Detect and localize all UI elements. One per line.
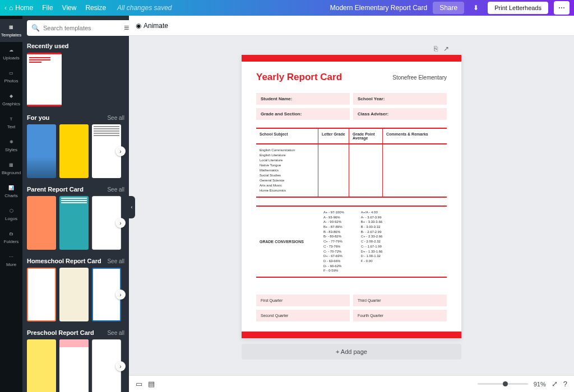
sidebar-background[interactable]: ▦Bkground (0, 157, 22, 180)
template-thumb[interactable] (59, 268, 89, 321)
subject-item: General Science (260, 178, 314, 183)
sidebar-more[interactable]: ⋯More (0, 249, 22, 272)
print-button[interactable]: Print Letterheads (488, 2, 548, 14)
quarter-first[interactable]: First Quarter (256, 295, 350, 306)
canvas-area: ◉ Animate ⎘ ↗ Yearly Report Card Stonefr… (129, 16, 574, 392)
see-all-parent[interactable]: See all (107, 186, 124, 193)
search-input[interactable] (43, 25, 121, 31)
home-label: Home (15, 4, 33, 12)
share-button[interactable]: Share (433, 2, 464, 14)
template-thumb[interactable] (27, 124, 56, 178)
sidebar-label: Bkground (2, 170, 21, 175)
zoom-slider[interactable] (478, 383, 528, 385)
sidebar-folders[interactable]: 🗀Folders (0, 226, 22, 249)
scroll-right-icon[interactable]: › (115, 290, 126, 300)
template-thumb[interactable] (59, 196, 89, 250)
gc-item: B+ - 3.33-3.66 (361, 220, 383, 225)
add-page-button[interactable]: + Add page (242, 344, 461, 360)
template-thumb[interactable] (27, 196, 56, 250)
info-student-name[interactable]: Student Name: (256, 93, 350, 105)
scroll-right-icon[interactable]: › (115, 218, 126, 228)
sidebar-label: Templates (1, 32, 21, 38)
fullscreen-icon[interactable]: ⤢ (552, 380, 558, 388)
new-page-icon[interactable]: ↗ (443, 45, 449, 53)
template-thumb[interactable] (59, 124, 89, 178)
sidebar-label: More (6, 262, 16, 267)
sidebar-label: Graphics (2, 101, 20, 106)
duplicate-page-icon[interactable]: ⎘ (434, 45, 438, 53)
school-name[interactable]: Stonefree Elementary (392, 74, 447, 81)
sidebar-logos[interactable]: ⬡Logos (0, 203, 22, 226)
section-title-homeschool: Homeschool Report Card (27, 258, 101, 264)
graphics-icon: ◆ (7, 91, 16, 100)
gc-item: A- - 3.67-3.99 (361, 215, 383, 220)
collapse-panel-button[interactable]: ‹ (128, 196, 135, 218)
th-comments[interactable]: Comments & Remarks (382, 129, 447, 143)
grade-conv-col2[interactable]: A+/A - 4.00 A- - 3.67-3.99 B+ - 3.33-3.6… (361, 210, 383, 273)
scroll-right-icon[interactable]: › (115, 361, 126, 371)
templates-panel: 🔍 ≡ Recently used For youSee all › Paren… (22, 16, 129, 392)
resize-menu[interactable]: Resize (85, 4, 106, 12)
text-icon: T (7, 114, 16, 123)
sidebar-label: Text (7, 124, 16, 129)
pages-icon[interactable]: ▤ (148, 380, 155, 388)
info-school-year[interactable]: School Year: (353, 93, 447, 105)
home-button[interactable]: ‹ ⌂ Home (4, 4, 33, 12)
canvas-scroll[interactable]: ⎘ ↗ Yearly Report Card Stonefree Element… (129, 36, 574, 375)
gc-item: B - 3.00-3.32 (361, 225, 383, 230)
sidebar-label: Charts (4, 193, 18, 198)
view-menu[interactable]: View (62, 4, 77, 12)
download-icon[interactable]: ⬇ (470, 2, 482, 14)
info-grade-section[interactable]: Grade and Section: (256, 108, 350, 120)
quarter-fourth[interactable]: Fourth Quarter (353, 310, 447, 321)
quarter-second[interactable]: Second Quarter (256, 310, 350, 321)
sidebar-photos[interactable]: ▭Photos (0, 65, 22, 88)
gpa-cell[interactable] (349, 144, 382, 197)
template-thumb[interactable] (27, 53, 62, 106)
help-icon[interactable]: ? (563, 380, 567, 388)
page-canvas[interactable]: Yearly Report Card Stonefree Elementary … (242, 55, 461, 338)
document-title[interactable]: Modern Elementary Report Card (330, 4, 427, 12)
letter-grade-cell[interactable] (318, 144, 349, 197)
subjects-cell[interactable]: English Communication English Literature… (256, 144, 318, 197)
see-all-foryou[interactable]: See all (107, 115, 124, 121)
filter-icon[interactable]: ≡ (124, 23, 129, 33)
comments-cell[interactable] (382, 144, 447, 197)
sidebar-charts[interactable]: 📊Charts (0, 180, 22, 203)
sidebar-styles[interactable]: ❋Styles (0, 134, 22, 157)
scroll-right-icon[interactable]: › (115, 146, 126, 156)
zoom-level[interactable]: 91% (534, 381, 546, 388)
gc-item: A+ - 97-100% (323, 210, 344, 215)
animate-button[interactable]: ◉ Animate (136, 22, 168, 30)
topbar-right: Modern Elementary Report Card Share ⬇ Pr… (330, 1, 570, 15)
sidebar-label: Uploads (3, 55, 19, 60)
zoom-thumb[interactable] (503, 381, 508, 386)
sidebar-label: Folders (4, 239, 19, 244)
sidebar-uploads[interactable]: ☁Uploads (0, 42, 22, 65)
notes-icon[interactable]: ▭ (136, 380, 142, 388)
sidebar-text[interactable]: TText (0, 111, 22, 134)
sidebar-graphics[interactable]: ◆Graphics (0, 88, 22, 111)
template-thumb[interactable] (27, 339, 56, 392)
template-thumb[interactable] (27, 268, 56, 321)
decor-bar (242, 55, 461, 62)
save-status: All changes saved (117, 4, 172, 12)
see-all-homeschool[interactable]: See all (107, 258, 124, 264)
th-gpa[interactable]: Grade Point Average (349, 129, 382, 143)
decor-bar (242, 332, 461, 338)
search-box[interactable]: 🔍 ≡ (27, 20, 129, 36)
see-all-preschool[interactable]: See all (107, 330, 124, 336)
th-letter-grade[interactable]: Letter Grade (318, 129, 349, 143)
quarter-third[interactable]: Third Quarter (353, 295, 447, 306)
subject-item: Home Economics (260, 188, 314, 193)
sidebar-templates[interactable]: ▦Templates (0, 19, 22, 42)
more-button[interactable]: ⋯ (554, 1, 570, 15)
th-subject[interactable]: School Subject (256, 129, 318, 143)
info-class-adviser[interactable]: Class Adviser: (353, 108, 447, 120)
grade-conv-col1[interactable]: A+ - 97-100% A - 93-96% A- - 90-92% B+ -… (323, 210, 344, 273)
grade-conv-label[interactable]: GRADE CONVERSIONS (256, 207, 318, 277)
page-title[interactable]: Yearly Report Card (256, 72, 342, 83)
quarters-grid: First Quarter Third Quarter Second Quart… (256, 295, 447, 321)
template-thumb[interactable] (59, 339, 89, 392)
file-menu[interactable]: File (42, 4, 53, 12)
